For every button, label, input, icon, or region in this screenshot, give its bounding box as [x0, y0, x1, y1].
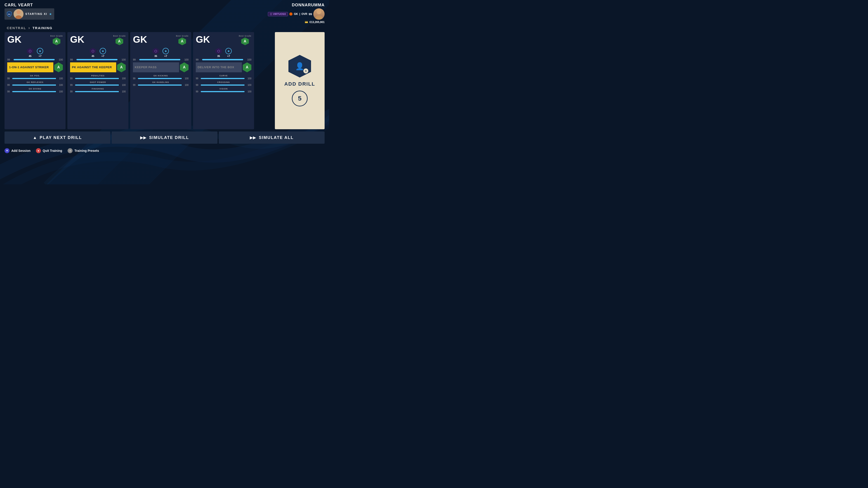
- progress-to: 100: [182, 58, 188, 61]
- simulate-drill-button[interactable]: ▶▶ SIMULATE DRILL: [112, 131, 217, 144]
- quit-training-icon: ●: [36, 148, 41, 153]
- stat-name: SHOT POWER: [70, 81, 126, 84]
- stat-to: 100: [183, 77, 188, 80]
- archetype-badge: ⬡ VIRTUOSO: [268, 12, 288, 16]
- grade-badge: A: [241, 37, 249, 45]
- add-drill-card[interactable]: 👤 + ADD DRILL 5: [275, 32, 324, 129]
- drill-icons-row: ⬡ 45 ★ +7: [7, 48, 63, 57]
- stat-row: VISION 99 100: [196, 88, 251, 93]
- add-session-icon: ✕: [4, 148, 9, 153]
- star-circle-icon: ★: [37, 48, 43, 54]
- virtuoso-icon: ⬡: [90, 48, 96, 54]
- icon1-value: 35: [217, 55, 220, 57]
- best-grade-label: Best Grade: [50, 35, 63, 37]
- stat-from: 99: [70, 90, 74, 93]
- drill-position: GK: [196, 35, 210, 44]
- player-stats-row: ⬡ VIRTUOSO GK | OVR 99: [268, 8, 324, 20]
- icon2-value: +7: [227, 55, 230, 57]
- progress-to: 100: [57, 58, 63, 61]
- star-circle-icon: ★: [100, 48, 106, 54]
- stat-bar: [201, 85, 245, 86]
- footer: ✕ Add Session ● Quit Training ≡ Training…: [0, 146, 329, 156]
- manager-info: CARL VEART FC STARTING XI ★: [4, 3, 54, 20]
- add-drill-person-icon: 👤: [295, 62, 304, 70]
- stat-from: 99: [7, 84, 11, 86]
- simulate-all-icon: ▶▶: [250, 135, 256, 140]
- best-grade-label: Best Grade: [113, 35, 126, 37]
- drill-label: KEEPER PASS: [133, 62, 179, 72]
- stat-bar: [75, 85, 119, 86]
- progress-from: 99: [196, 58, 201, 61]
- svg-point-4: [315, 15, 322, 20]
- stat-from: 99: [196, 77, 200, 80]
- progress-to: 100: [119, 58, 126, 61]
- manager-badge-row: FC STARTING XI ★: [4, 8, 54, 20]
- play-next-drill-button[interactable]: ▲ PLAY NEXT DRILL: [4, 131, 110, 144]
- manager-avatar: [13, 9, 24, 19]
- quit-training-button[interactable]: ● Quit Training: [36, 148, 62, 153]
- stat-to: 100: [183, 84, 188, 86]
- drill-card-0[interactable]: GK Best Grade A ⬡ 45 ★ +7 99: [4, 32, 66, 129]
- stat-to: 100: [246, 77, 251, 80]
- best-grade-section: Best Grade A: [239, 35, 251, 45]
- stat-from: 99: [196, 84, 200, 86]
- breadcrumb-separator: ›: [29, 26, 30, 30]
- stat-bar: [12, 78, 57, 79]
- virtuoso-icon: ⬡: [153, 48, 159, 54]
- simulate-all-button[interactable]: ▶▶ SIMULATE ALL: [219, 131, 324, 144]
- breadcrumb: CENTRAL › TRAINING: [0, 24, 329, 32]
- player-avatar: [313, 8, 324, 20]
- quit-training-label: Quit Training: [43, 149, 62, 153]
- best-grade-section: Best Grade A: [176, 35, 188, 45]
- progress-bar: [202, 59, 244, 60]
- drill-icons-row: ⬡ 35 ★ +7: [196, 48, 251, 57]
- header: CARL VEART FC STARTING XI ★ DONNARUMMA: [0, 0, 329, 24]
- drill-card-2[interactable]: GK Best Grade A ⬡ 35 ★ +7 99: [130, 32, 191, 129]
- drill-label: PK AGAINST THE KEEPER: [70, 62, 116, 72]
- stat-name: FINISHING: [70, 88, 126, 90]
- simulate-drill-label: SIMULATE DRILL: [149, 135, 189, 140]
- wallet-icon: 💳: [305, 21, 308, 24]
- play-next-drill-icon: ▲: [33, 135, 37, 140]
- action-buttons: ▲ PLAY NEXT DRILL ▶▶ SIMULATE DRILL ▶▶ S…: [4, 131, 324, 144]
- stat-from: 99: [133, 84, 137, 86]
- stat-name: GK KICKING: [133, 74, 188, 77]
- training-presets-button[interactable]: ≡ Training Presets: [68, 148, 99, 153]
- best-grade-label: Best Grade: [176, 35, 188, 37]
- stat-bar: [75, 78, 119, 79]
- drill-label: DELIVER INTO THE BOX: [196, 62, 242, 72]
- drill-card-1[interactable]: GK Best Grade A ⬡ 45 ★ +7 99: [67, 32, 128, 129]
- stat-name: GK DIVING: [7, 88, 63, 90]
- add-session-button[interactable]: ✕ Add Session: [4, 148, 31, 153]
- simulate-drill-icon: ▶▶: [140, 135, 147, 140]
- progress-bar: [139, 59, 181, 60]
- drill-grade-badge: A: [54, 62, 63, 72]
- stat-to: 100: [120, 84, 126, 86]
- svg-point-3: [317, 10, 321, 14]
- progress-row: 99 100: [7, 58, 63, 61]
- best-grade-label: Best Grade: [239, 35, 251, 37]
- stat-from: 99: [196, 90, 200, 93]
- add-drill-hex-icon: 👤 +: [288, 55, 311, 77]
- drill-label: 1-ON-1 AGAINST STRIKER: [7, 62, 53, 72]
- add-drill-plus-icon: +: [303, 68, 308, 73]
- player-name: DONNARUMMA: [292, 3, 324, 7]
- drill-icon-virtuoso: ⬡ 35: [215, 48, 222, 57]
- drill-card-3[interactable]: GK Best Grade A ⬡ 35 ★ +7 99: [193, 32, 254, 129]
- progress-from: 99: [133, 58, 138, 61]
- breadcrumb-central[interactable]: CENTRAL: [7, 26, 26, 30]
- icon2-value: +7: [101, 55, 104, 57]
- drill-position: GK: [70, 35, 84, 44]
- stat-from: 99: [70, 84, 74, 86]
- stat-to: 100: [57, 77, 63, 80]
- player-position: GK: [294, 12, 298, 15]
- drill-grade-badge: A: [243, 62, 251, 72]
- stat-from: 99: [7, 77, 11, 80]
- stat-row: CURVE 99 100: [196, 74, 251, 80]
- play-next-drill-label: PLAY NEXT DRILL: [39, 135, 82, 140]
- add-drill-count: 5: [292, 91, 308, 106]
- drill-icon-star: ★ +7: [162, 48, 169, 57]
- drill-card-header: GK Best Grade A: [7, 35, 63, 45]
- position-dot-icon: [289, 12, 292, 15]
- starting-xi-label: STARTING XI: [25, 12, 47, 15]
